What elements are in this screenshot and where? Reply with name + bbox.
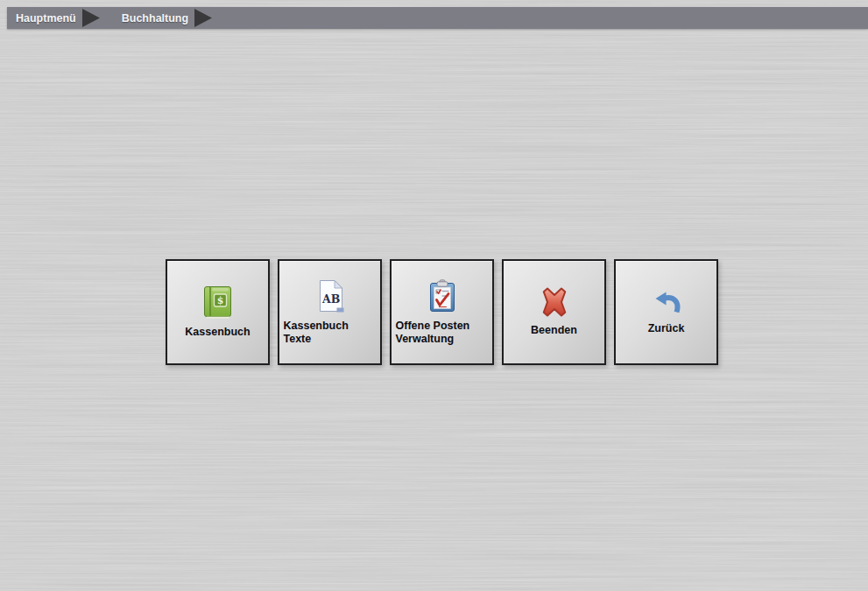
back-arrow-icon [652,289,681,315]
menu-button-zurueck[interactable]: Zurück [614,259,718,365]
cashbook-texts-document-icon: AB [316,279,344,313]
menu-button-offene-posten[interactable]: Offene Posten Verwaltung [390,259,494,365]
breadcrumb-arrow-icon [82,9,100,27]
breadcrumb-bar: Hauptmenü Buchhaltung [7,7,868,29]
open-items-clipboard-icon [428,279,456,313]
breadcrumb-item-buchhaltung[interactable]: Buchhaltung [122,12,188,25]
svg-text:AB: AB [321,292,340,305]
menu-button-kassenbuch-texte[interactable]: AB Kassenbuch Texte [278,259,382,365]
cashbook-icon: $ [204,286,231,319]
menu-button-label: Beenden [531,324,577,337]
menu-button-label: Offene Posten Verwaltung [396,320,489,346]
breadcrumb-arrow-icon [194,9,212,27]
quit-x-icon [538,287,571,317]
menu-button-label: Zurück [648,322,685,335]
svg-text:$: $ [217,294,224,306]
menu-button-label: Kassenbuch [185,326,250,339]
menu-button-beenden[interactable]: Beenden [502,259,606,365]
menu-button-row: $ Kassenbuch AB Kassenbuch Texte [8,259,868,365]
breadcrumb-item-hauptmenu[interactable]: Hauptmenü [16,12,76,25]
menu-button-kassenbuch[interactable]: $ Kassenbuch [166,259,270,365]
menu-button-label: Kassenbuch Texte [284,320,377,346]
